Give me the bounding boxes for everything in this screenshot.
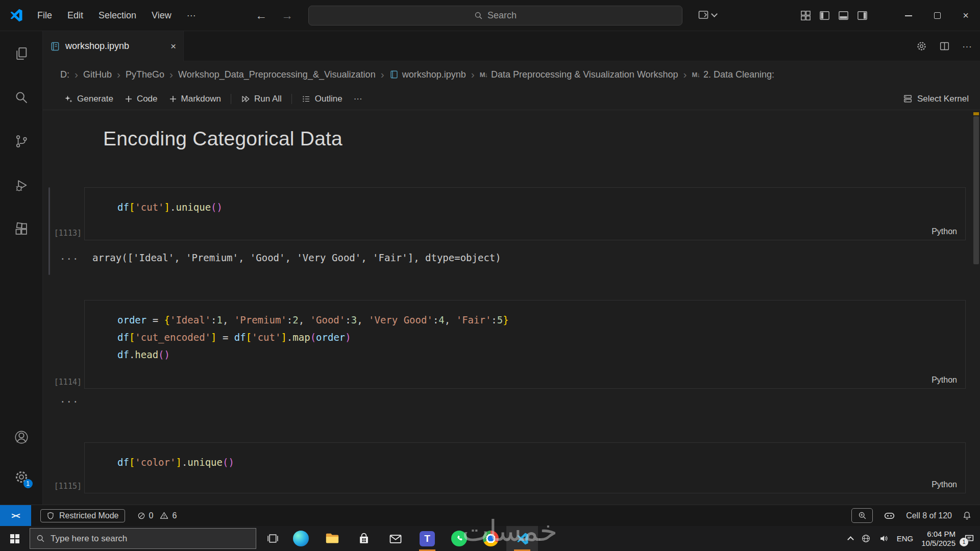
restore-button[interactable] (923, 0, 951, 31)
remote-indicator[interactable]: >< (0, 505, 31, 527)
cell-language-picker[interactable]: Python (932, 375, 957, 385)
settings-button[interactable]: 1 (9, 465, 34, 489)
menu-edit[interactable]: Edit (60, 7, 91, 24)
menu-view[interactable]: View (144, 7, 179, 24)
taskbar-app-file-explorer[interactable] (316, 526, 348, 551)
menu-more[interactable]: ··· (179, 7, 204, 24)
outline-button[interactable]: Outline (296, 92, 348, 106)
code-cell-1[interactable]: df['cut'].unique() Python (84, 187, 966, 240)
output-collapse-toggle[interactable]: ··· (60, 253, 79, 264)
tab-close-icon[interactable]: × (170, 41, 176, 52)
breadcrumb-drive[interactable]: D: (60, 69, 69, 80)
markdown-icon: M↓ (480, 71, 487, 79)
window-controls: × (894, 0, 980, 31)
accounts-button[interactable] (9, 425, 34, 449)
restricted-mode-label: Restricted Mode (59, 511, 119, 520)
warnings-icon (160, 511, 168, 520)
more-actions-icon[interactable]: ··· (962, 41, 972, 52)
search-command-center[interactable]: Search (308, 6, 682, 26)
back-arrow-icon[interactable]: ← (255, 9, 267, 22)
search-sidebar-button[interactable] (9, 85, 34, 110)
notebook-toolbar: Generate Code Markdown Run All Outline ·… (43, 88, 980, 110)
toggle-secondary-sidebar-icon[interactable] (856, 10, 868, 21)
generate-button[interactable]: Generate (58, 92, 119, 106)
editor-scrollbar[interactable] (973, 116, 979, 264)
taskbar-search-placeholder: Type here to search (51, 534, 127, 544)
taskbar-app-mail[interactable] (380, 526, 411, 551)
breadcrumb-markdown-subsection[interactable]: M↓ 2. Data Cleaning: (692, 69, 774, 80)
add-code-label: Code (137, 94, 158, 104)
notifications-bell-icon[interactable] (962, 511, 972, 520)
copilot-icon[interactable] (883, 509, 896, 522)
tab-label: workshop.ipynb (65, 41, 129, 52)
status-bar-right: Cell 8 of 120 (851, 508, 980, 523)
account-icon (14, 430, 29, 444)
taskbar-app-store[interactable] (348, 526, 380, 551)
breadcrumb-github[interactable]: GitHub (83, 69, 112, 80)
explorer-button[interactable] (9, 41, 34, 66)
plus-icon (169, 95, 177, 103)
code-cell-3[interactable]: df['color'].unique() Python (84, 442, 966, 493)
run-all-button[interactable]: Run All (235, 92, 287, 106)
toggle-sidebar-icon[interactable] (819, 10, 830, 21)
language-indicator[interactable]: ENG (897, 534, 914, 543)
add-markdown-cell-button[interactable]: Markdown (163, 92, 227, 106)
file-explorer-icon (325, 531, 340, 546)
menu-selection[interactable]: Selection (91, 7, 144, 24)
search-icon (14, 90, 29, 105)
start-button[interactable] (0, 526, 30, 551)
toolbar-more-button[interactable]: ··· (348, 92, 368, 106)
breadcrumb-markdown-section[interactable]: M↓ Data Preprocessing & Visualization Wo… (480, 69, 678, 80)
code-cell-2[interactable]: order = {'Ideal':1, 'Premium':2, 'Good':… (84, 300, 966, 389)
customize-layout-icon[interactable] (800, 10, 812, 21)
code-editor[interactable]: order = {'Ideal':1, 'Premium':2, 'Good':… (85, 300, 965, 363)
editor-actions: ··· (916, 31, 972, 61)
cell-language-picker[interactable]: Python (932, 227, 957, 236)
breadcrumb-separator: › (380, 68, 385, 81)
taskbar-search-box[interactable]: Type here to search (30, 528, 256, 549)
breadcrumb-notebook-file[interactable]: workshop.ipynb (389, 69, 466, 80)
execution-count: [1115] (43, 482, 82, 491)
extensions-button[interactable] (9, 217, 34, 241)
tray-expand-icon[interactable] (847, 536, 854, 543)
menu-file[interactable]: File (30, 7, 60, 24)
taskbar-app-edge[interactable] (285, 526, 316, 551)
markdown-icon: M↓ (692, 71, 700, 79)
problems-button[interactable]: 0 6 (137, 511, 177, 520)
action-center-button[interactable]: 1 (964, 533, 975, 544)
add-code-cell-button[interactable]: Code (119, 92, 163, 106)
debug-icon (14, 178, 29, 192)
close-button[interactable]: × (951, 0, 980, 31)
cell-language-picker[interactable]: Python (932, 480, 957, 489)
zoom-button[interactable] (851, 508, 873, 523)
notebook-settings-gear-icon[interactable] (916, 41, 927, 52)
restricted-mode-button[interactable]: Restricted Mode (40, 509, 125, 522)
task-view-button[interactable] (259, 526, 286, 551)
tab-workshop-ipynb[interactable]: workshop.ipynb × (43, 31, 184, 61)
cell-output-text: array(['Ideal', 'Premium', 'Good', 'Very… (92, 252, 501, 263)
tray-time: 6:04 PM (921, 530, 955, 539)
search-icon (474, 11, 483, 20)
network-icon[interactable] (861, 534, 871, 543)
minimize-button[interactable] (894, 0, 923, 31)
code-editor[interactable]: df['cut'].unique() (85, 188, 965, 216)
breadcrumb-workshop-folder[interactable]: Workshop_Data_Preprocessing_&_Visualizat… (178, 69, 376, 80)
code-editor[interactable]: df['color'].unique() (85, 443, 965, 471)
toggle-panel-icon[interactable] (838, 10, 849, 21)
cell-position-indicator[interactable]: Cell 8 of 120 (906, 511, 952, 520)
layout-controls (800, 0, 868, 31)
split-editor-icon[interactable] (939, 41, 950, 52)
taskbar-clock[interactable]: 6:04 PM 10/5/2025 (921, 530, 955, 548)
volume-icon[interactable] (879, 534, 889, 543)
select-kernel-label: Select Kernel (917, 94, 969, 104)
output-collapse-toggle[interactable]: ··· (60, 396, 79, 407)
breadcrumb-separator: › (683, 68, 688, 81)
select-kernel-button[interactable]: Select Kernel (903, 94, 969, 104)
source-control-button[interactable] (9, 129, 34, 154)
breadcrumb-pythego[interactable]: PyTheGo (126, 69, 164, 80)
notebook-icon (389, 70, 399, 79)
forward-arrow-icon[interactable]: → (281, 9, 293, 22)
run-debug-button[interactable] (9, 173, 34, 197)
task-view-icon (266, 532, 279, 545)
open-layout-button[interactable] (697, 9, 717, 21)
